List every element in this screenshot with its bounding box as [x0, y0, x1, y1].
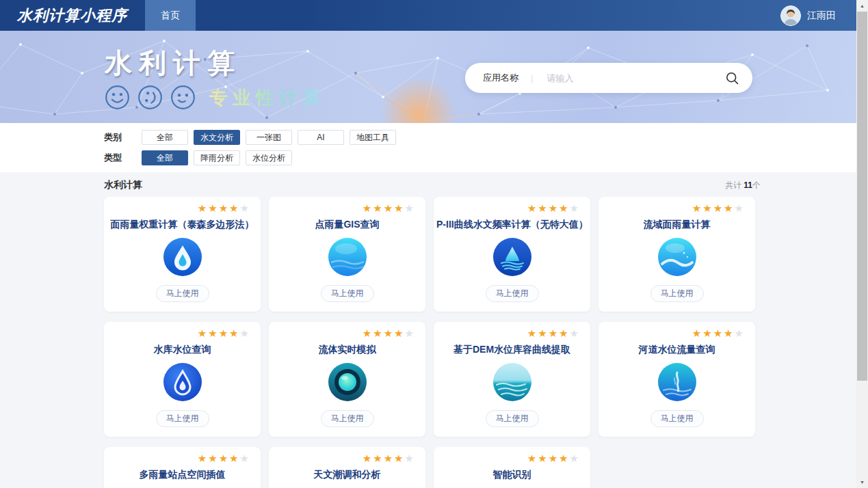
scroll-up-arrow[interactable]: ▲ — [856, 0, 868, 12]
star-filled-icon: ★ — [713, 202, 724, 214]
star-empty-icon: ★ — [735, 327, 745, 339]
star-filled-icon: ★ — [559, 327, 569, 339]
star-filled-icon: ★ — [527, 202, 538, 214]
star-filled-icon: ★ — [208, 202, 218, 214]
app-card-grid: ★★★★★ 面雨量权重计算（泰森多边形法） 马上使用 ★★★★★ 点雨量GIS查… — [104, 197, 755, 488]
filter-option-button[interactable]: 水位分析 — [246, 150, 292, 165]
use-now-button[interactable]: 马上使用 — [650, 410, 704, 427]
use-now-button[interactable]: 马上使用 — [156, 285, 209, 302]
app-card[interactable]: ★★★★★ 基于DEM水位库容曲线提取 马上使用 — [434, 322, 590, 437]
star-filled-icon: ★ — [373, 327, 383, 339]
use-now-button[interactable]: 马上使用 — [156, 410, 209, 427]
app-icon — [328, 363, 367, 401]
search-input[interactable] — [545, 72, 720, 84]
star-filled-icon: ★ — [229, 202, 239, 214]
scroll-down-arrow[interactable]: ▼ — [856, 476, 868, 488]
filter-option-button[interactable]: 一张图 — [246, 130, 292, 145]
use-now-button[interactable]: 马上使用 — [486, 285, 539, 302]
star-filled-icon: ★ — [198, 202, 208, 214]
star-rating: ★★★★★ — [527, 328, 580, 338]
use-now-button[interactable]: 马上使用 — [486, 410, 539, 427]
filter-option-button[interactable]: 降雨分析 — [194, 150, 240, 165]
avatar[interactable] — [780, 5, 801, 26]
app-icon — [328, 238, 367, 276]
star-rating: ★★★★★ — [692, 328, 745, 338]
use-now-button[interactable]: 马上使用 — [321, 285, 374, 302]
star-filled-icon: ★ — [394, 452, 404, 464]
star-rating: ★★★★★ — [363, 203, 415, 213]
avatar-photo — [781, 6, 800, 25]
star-rating: ★★★★★ — [692, 203, 745, 213]
star-rating: ★★★★★ — [198, 453, 250, 463]
scrollbar-thumb[interactable] — [857, 12, 867, 381]
star-rating: ★★★★★ — [527, 203, 580, 213]
star-filled-icon: ★ — [394, 202, 404, 214]
app-icon — [493, 238, 531, 276]
star-filled-icon: ★ — [363, 202, 373, 214]
star-filled-icon: ★ — [559, 202, 569, 214]
app-card[interactable]: ★★★★★ 多雨量站点空间插值 马上使用 — [104, 447, 261, 488]
filter-row: 类别全部水文分析一张图AI地图工具 — [104, 130, 856, 145]
star-filled-icon: ★ — [538, 327, 548, 339]
nav-tab-label: 首页 — [161, 10, 180, 22]
search-bar: 应用名称 | — [465, 63, 752, 93]
star-filled-icon: ★ — [384, 202, 394, 214]
star-filled-icon: ★ — [198, 452, 208, 464]
app-card[interactable]: ★★★★★ 流体实时模拟 马上使用 — [269, 322, 425, 437]
filter-option-button[interactable]: 水文分析 — [194, 130, 240, 145]
use-now-button[interactable]: 马上使用 — [321, 410, 374, 427]
nav-tab-home[interactable]: 首页 — [145, 0, 196, 31]
page: 水利计算小程序 首页 江雨田 — [0, 0, 856, 488]
search-separator: | — [531, 73, 533, 83]
star-filled-icon: ★ — [219, 202, 229, 214]
search-icon[interactable] — [726, 72, 739, 85]
app-card[interactable]: ★★★★★ P-III曲线水文频率计算（无特大值） 马上使用 — [434, 197, 590, 312]
star-filled-icon: ★ — [373, 202, 383, 214]
app-card-title: 智能识别 — [434, 469, 590, 481]
filter-option-button[interactable]: 地图工具 — [350, 130, 396, 145]
star-empty-icon: ★ — [240, 452, 250, 464]
app-icon — [658, 363, 696, 401]
user-area[interactable]: 江雨田 — [780, 5, 836, 26]
app-icon — [163, 363, 202, 401]
app-card[interactable]: ★★★★★ 面雨量权重计算（泰森多边形法） 马上使用 — [104, 197, 261, 312]
star-filled-icon: ★ — [373, 452, 383, 464]
filter-panel: 类别全部水文分析一张图AI地图工具类型全部降雨分析水位分析 — [0, 123, 856, 172]
star-filled-icon: ★ — [724, 202, 734, 214]
app-card[interactable]: ★★★★★ 水库水位查询 马上使用 — [104, 322, 261, 437]
app-card[interactable]: ★★★★★ 天文潮调和分析 马上使用 — [269, 447, 425, 488]
star-filled-icon: ★ — [363, 452, 373, 464]
app-card[interactable]: ★★★★★ 点雨量GIS查询 马上使用 — [269, 197, 425, 312]
app-card-title: 天文潮调和分析 — [269, 469, 425, 481]
app-card-title: 基于DEM水位库容曲线提取 — [434, 344, 590, 356]
star-empty-icon: ★ — [570, 452, 580, 464]
app-card[interactable]: ★★★★★ 智能识别 马上使用 — [434, 447, 590, 488]
app-card-title: 流体实时模拟 — [269, 344, 425, 356]
item-count: 共计 11个 — [725, 180, 761, 191]
top-navbar: 水利计算小程序 首页 江雨田 — [0, 0, 856, 31]
filter-option-button[interactable]: 全部 — [142, 130, 188, 145]
filter-option-button[interactable]: AI — [298, 130, 344, 145]
smiley-icon — [135, 83, 165, 112]
app-logo: 水利计算小程序 — [17, 5, 127, 26]
section-title: 水利计算 — [104, 179, 142, 191]
app-card[interactable]: ★★★★★ 流域面雨量计算 马上使用 — [599, 197, 755, 312]
star-filled-icon: ★ — [384, 327, 394, 339]
filter-option-button[interactable]: 全部 — [142, 150, 188, 165]
app-icon — [658, 238, 696, 276]
app-card[interactable]: ★★★★★ 河道水位流量查询 马上使用 — [599, 322, 755, 437]
app-card-title: 河道水位流量查询 — [599, 344, 755, 356]
vertical-scrollbar[interactable]: ▲ ▼ — [856, 0, 868, 488]
filter-row-label: 类型 — [104, 152, 142, 164]
star-filled-icon: ★ — [538, 202, 548, 214]
hero-block: 水利计算 — [105, 49, 326, 110]
star-empty-icon: ★ — [405, 452, 415, 464]
star-filled-icon: ★ — [724, 327, 734, 339]
star-rating: ★★★★★ — [198, 203, 250, 213]
star-filled-icon: ★ — [208, 452, 218, 464]
star-filled-icon: ★ — [538, 452, 548, 464]
use-now-button[interactable]: 马上使用 — [650, 285, 704, 302]
app-card-title: 流域面雨量计算 — [599, 219, 755, 231]
smiley-icon — [105, 85, 130, 110]
star-empty-icon: ★ — [240, 202, 250, 214]
